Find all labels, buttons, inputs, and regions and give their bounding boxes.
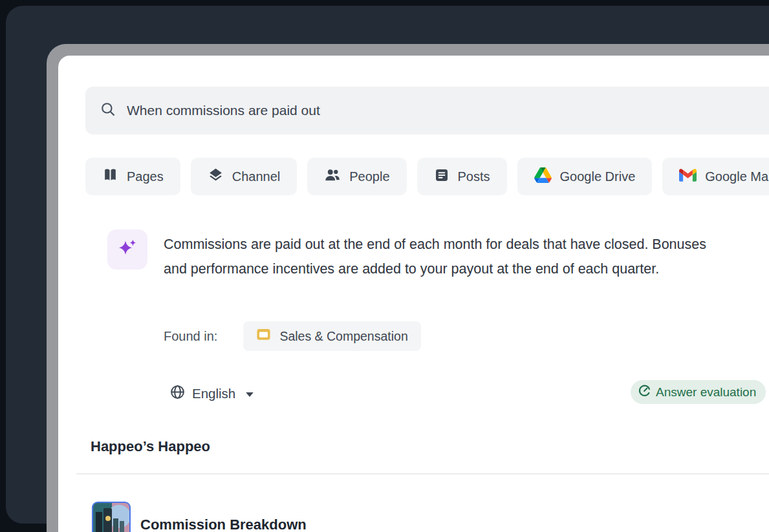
result-title: Commission Breakdown [140, 516, 307, 532]
search-input[interactable] [127, 103, 769, 118]
gauge-icon [638, 384, 651, 401]
layers-icon [208, 167, 224, 186]
search-icon [100, 101, 127, 120]
filter-chip-label: People [349, 169, 389, 184]
source-chip-label: Sales & Compensation [279, 329, 407, 344]
filter-chip-label: Google Drive [560, 169, 636, 184]
pages-icon [102, 167, 118, 186]
ai-answer-badge [107, 229, 147, 270]
filter-chip-label: Pages [127, 169, 164, 184]
sparkle-icon [116, 237, 139, 262]
browser-frame: Pages Channel [47, 44, 769, 532]
answer-evaluation-label: Answer evaluation [656, 385, 756, 399]
chevron-down-icon [246, 388, 254, 399]
result-item[interactable]: Commission Breakdown [92, 502, 307, 532]
filter-chip-label: Google Mail [705, 169, 769, 184]
source-chip-sales-compensation[interactable]: Sales & Compensation [243, 321, 420, 351]
google-drive-icon [534, 167, 552, 186]
posts-icon [434, 167, 449, 186]
filter-chip-people[interactable]: People [307, 158, 406, 195]
found-in-row: Found in: Sales & Compensation [164, 321, 421, 351]
filter-chip-label: Channel [232, 169, 281, 184]
page-card-icon [256, 327, 271, 345]
answer-evaluation-button[interactable]: Answer evaluation [631, 380, 766, 404]
filter-chip-row: Pages Channel [85, 158, 769, 195]
screenshot-stage: Pages Channel [0, 0, 769, 532]
filter-chip-posts[interactable]: Posts [417, 158, 507, 195]
filter-chip-google-drive[interactable]: Google Drive [517, 158, 653, 195]
found-in-label: Found in: [164, 329, 217, 344]
filter-chip-google-mail[interactable]: Google Mail [662, 158, 769, 195]
search-window: Pages Channel [58, 56, 769, 532]
language-label: English [192, 386, 235, 401]
globe-icon [169, 384, 186, 403]
people-icon [324, 167, 341, 187]
section-divider [76, 473, 769, 474]
result-thumbnail [92, 502, 131, 532]
results-section-heading: Happeo’s Happeo [91, 438, 210, 455]
search-bar[interactable] [85, 87, 769, 134]
filter-chip-label: Posts [458, 169, 490, 184]
ai-answer-text: Commissions are paid out at the end of e… [164, 232, 728, 281]
filter-chip-pages[interactable]: Pages [85, 158, 180, 195]
language-selector[interactable]: English [169, 384, 254, 403]
gmail-icon [679, 168, 697, 185]
filter-chip-channel[interactable]: Channel [191, 158, 298, 195]
